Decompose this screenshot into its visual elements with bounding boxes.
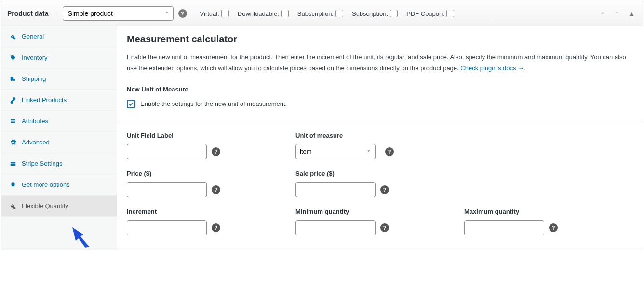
- move-up-icon[interactable]: [597, 9, 608, 19]
- arrow-annotation-icon: [70, 225, 94, 250]
- unit-field-label: Unit Field Label: [127, 132, 295, 139]
- truck-icon: [9, 76, 17, 82]
- panel-header: Product data — Simple product ? Virtual:…: [1, 1, 643, 26]
- product-data-panel: Product data — Simple product ? Virtual:…: [1, 1, 643, 250]
- tab-get-more-options[interactable]: Get more options: [1, 174, 117, 196]
- tab-label: Stripe Settings: [22, 160, 63, 167]
- tab-linked-products[interactable]: Linked Products: [1, 90, 117, 111]
- tab-general[interactable]: General: [1, 26, 117, 47]
- tab-label: Shipping: [22, 75, 46, 82]
- price-label: Price ($): [127, 170, 295, 177]
- divider: [117, 120, 643, 120]
- wrench-icon: [9, 203, 17, 209]
- help-icon[interactable]: ?: [549, 223, 558, 232]
- gear-icon: [9, 139, 17, 146]
- section-subheading: New Unit of Measure: [127, 86, 633, 93]
- header-checkbox-group: Virtual: Downloadable: Subscription: Sub…: [200, 10, 454, 17]
- tab-label: Flexible Quantity: [22, 202, 68, 209]
- card-icon: [9, 160, 17, 167]
- pdf-coupon-label: PDF Coupon:: [406, 10, 444, 17]
- unit-field-input[interactable]: [127, 144, 207, 159]
- desc-text: Enable the new unit of measurement for t…: [127, 53, 626, 72]
- unit-of-measure-select[interactable]: item: [295, 144, 376, 159]
- dash: —: [52, 10, 58, 17]
- help-icon[interactable]: ?: [212, 223, 220, 232]
- pdf-coupon-input[interactable]: [446, 10, 454, 17]
- increment-input[interactable]: [127, 220, 207, 235]
- tab-label: Attributes: [22, 117, 48, 125]
- downloadable-label: Downloadable:: [238, 10, 279, 17]
- tab-shipping[interactable]: Shipping: [1, 68, 117, 90]
- tab-inventory[interactable]: Inventory: [1, 47, 117, 68]
- downloadable-input[interactable]: [281, 10, 289, 17]
- increment-label: Increment: [127, 208, 295, 215]
- help-icon[interactable]: ?: [385, 147, 394, 156]
- tab-label: Advanced: [22, 139, 50, 146]
- pdf-coupon-checkbox[interactable]: PDF Coupon:: [406, 10, 454, 17]
- sidebar: General Inventory Shipping Linked Produc…: [1, 26, 117, 250]
- subscription-input-2[interactable]: [390, 10, 398, 17]
- panel-header-controls: ▲: [597, 9, 637, 19]
- content-description: Enable the new unit of measurement for t…: [127, 52, 633, 74]
- sale-price-input[interactable]: [295, 182, 376, 197]
- link-icon: [9, 97, 17, 104]
- subscription-label-2: Subscription:: [352, 10, 388, 17]
- list-icon: [9, 118, 17, 125]
- tag-icon: [9, 54, 17, 61]
- tab-stripe-settings[interactable]: Stripe Settings: [1, 153, 117, 174]
- tab-flexible-quantity[interactable]: Flexible Quantity: [1, 196, 117, 217]
- help-icon[interactable]: ?: [212, 185, 220, 194]
- fields-grid: Unit Field Label ? Unit of measure item: [127, 132, 633, 235]
- subscription-input-1[interactable]: [335, 10, 343, 17]
- virtual-label: Virtual:: [200, 10, 219, 17]
- unit-of-measure-label: Unit of measure: [295, 132, 464, 139]
- tab-label: Get more options: [22, 181, 70, 188]
- virtual-checkbox[interactable]: Virtual:: [200, 10, 229, 17]
- panel-title: Product data: [7, 10, 49, 17]
- help-icon[interactable]: ?: [380, 223, 389, 232]
- move-down-icon[interactable]: [612, 9, 622, 19]
- tab-label: General: [22, 33, 44, 40]
- plug-icon: [9, 182, 17, 188]
- subscription-checkbox-1[interactable]: Subscription:: [297, 10, 343, 17]
- field-min-qty: Minimum quantity ?: [295, 208, 464, 235]
- field-unit-of-measure: Unit of measure item ?: [295, 132, 464, 159]
- product-type-select[interactable]: Simple product: [63, 6, 174, 21]
- field-max-qty: Maximum quantity ?: [464, 208, 633, 235]
- virtual-input[interactable]: [221, 10, 229, 17]
- help-icon[interactable]: ?: [212, 147, 220, 156]
- subscription-label-1: Subscription:: [297, 10, 334, 17]
- tab-label: Inventory: [22, 54, 47, 61]
- tab-label: Linked Products: [22, 96, 67, 104]
- wrench-icon: [9, 33, 17, 40]
- help-icon[interactable]: ?: [178, 9, 187, 18]
- sale-price-label: Sale price ($): [295, 170, 464, 177]
- price-input[interactable]: [127, 182, 207, 197]
- max-qty-input[interactable]: [464, 220, 544, 235]
- subscription-checkbox-2[interactable]: Subscription:: [352, 10, 398, 17]
- help-icon[interactable]: ?: [380, 185, 389, 194]
- collapse-icon[interactable]: ▲: [626, 9, 637, 19]
- tab-advanced[interactable]: Advanced: [1, 132, 117, 153]
- panel-body: General Inventory Shipping Linked Produc…: [1, 26, 643, 250]
- max-qty-label: Maximum quantity: [464, 208, 633, 215]
- downloadable-checkbox[interactable]: Downloadable:: [238, 10, 289, 17]
- field-unit-label: Unit Field Label ?: [127, 132, 295, 159]
- docs-link[interactable]: Check plugin's docs →: [460, 65, 524, 72]
- field-increment: Increment ?: [127, 208, 295, 235]
- tab-attributes[interactable]: Attributes: [1, 111, 117, 132]
- content-heading: Measurement calculator: [127, 34, 633, 45]
- min-qty-input[interactable]: [295, 220, 376, 235]
- enable-row[interactable]: Enable the settings for the new unit of …: [127, 100, 633, 108]
- enable-checkbox[interactable]: [127, 100, 135, 108]
- min-qty-label: Minimum quantity: [295, 208, 464, 215]
- field-sale-price: Sale price ($) ?: [295, 170, 464, 197]
- content-area: Measurement calculator Enable the new un…: [117, 26, 643, 250]
- enable-label: Enable the settings for the new unit of …: [140, 100, 287, 107]
- field-price: Price ($) ?: [127, 170, 295, 197]
- divider: [192, 8, 192, 19]
